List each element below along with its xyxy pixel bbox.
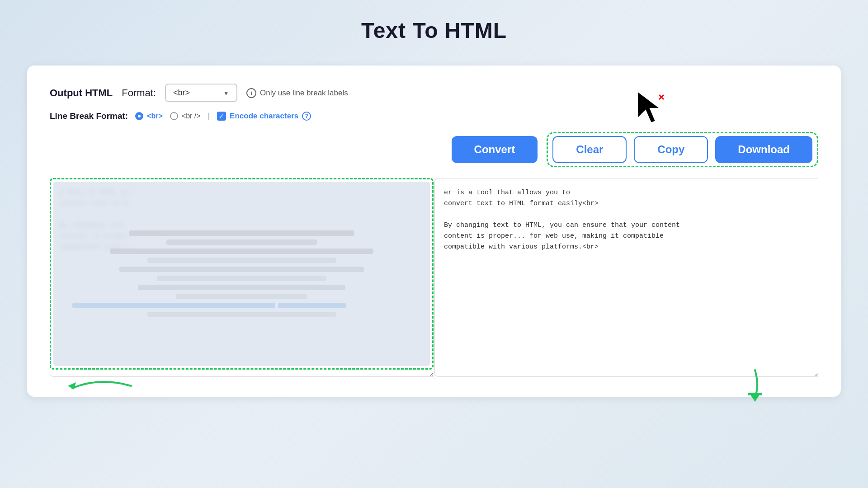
blur-bar-6 [157,276,326,281]
convert-button[interactable]: Convert [452,136,538,163]
blur-bar-4 [147,258,336,263]
svg-marker-0 [637,91,660,123]
textareas-row: A Text to HTML co... convert text to H..… [50,178,818,379]
blur-overlay [53,182,430,366]
left-textarea-container: A Text to HTML co... convert text to H..… [50,178,434,379]
info-text: Only use line break labels [260,89,348,98]
info-icon: i [246,88,256,98]
green-arrow-down [737,368,773,406]
options-row: Output HTML Format: <br> ▼ i Only use li… [50,84,818,102]
dropdown-value: <br> [173,88,190,98]
annotated-buttons-box: Clear Copy Download [547,132,818,167]
help-icon[interactable]: ? [302,112,311,121]
blur-progress-bar-2 [278,303,346,308]
output-format-dropdown[interactable]: <br> ▼ [165,84,237,102]
main-card: Output HTML Format: <br> ▼ i Only use li… [27,66,841,397]
blur-content [53,182,430,366]
linebreak-label: Line Break Format: [50,111,128,121]
blur-progress-row [72,303,411,308]
separator: | [208,112,210,121]
chevron-down-icon: ▼ [223,89,229,97]
radio-br-label: <br> [147,112,163,120]
radio-br-self-label: <br /> [182,112,201,120]
encode-checkbox-group[interactable]: ✓ Encode characters ? [217,112,311,121]
page-wrapper: Text To HTML Output HTML Format: <br> ▼ … [0,0,868,488]
blur-progress-bar [72,303,276,308]
radio-br-self-dot[interactable] [170,112,178,120]
blur-bar-2 [166,239,317,245]
svg-marker-4 [750,395,760,402]
blur-bar-1 [129,230,355,236]
svg-rect-5 [748,393,762,395]
clear-button[interactable]: Clear [552,136,627,163]
checkmark-icon: ✓ [219,113,224,120]
radio-br-dot[interactable] [135,112,143,120]
radio-br-group[interactable]: <br> [135,112,163,120]
blur-bar-5 [119,267,364,272]
blur-bar-7 [138,285,345,290]
page-title: Text To HTML [27,18,841,43]
green-arrow-left [63,372,136,401]
copy-button[interactable]: Copy [634,136,708,163]
blur-bar-8 [176,294,308,299]
blur-bar-9 [147,312,336,317]
encode-label: Encode characters [230,112,298,121]
encode-checkbox[interactable]: ✓ [217,112,226,121]
info-section: i Only use line break labels [246,88,348,98]
format-label: Format: [122,87,156,99]
output-html-label: Output HTML [50,87,113,99]
buttons-section: Convert Clear Copy Download [50,132,818,167]
output-textarea[interactable]: er is a tool that allows you to convert … [434,178,818,377]
buttons-row: Convert Clear Copy Download [50,132,818,167]
blur-bar-3 [110,249,373,254]
download-button[interactable]: Download [715,136,812,163]
linebreak-row: Line Break Format: <br> <br /> | ✓ Encod… [50,111,818,121]
cursor-annotation [633,87,674,129]
radio-br-self-group[interactable]: <br /> [170,112,201,120]
right-textarea-container: er is a tool that allows you to convert … [434,178,818,379]
